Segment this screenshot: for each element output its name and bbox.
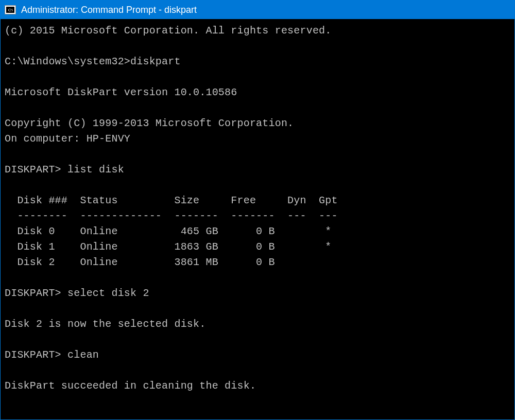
titlebar[interactable]: C:\ Administrator: Command Prompt - disk… — [1, 1, 514, 19]
clean-response: DiskPart succeeded in cleaning the disk. — [5, 380, 256, 392]
diskpart-version: Microsoft DiskPart version 10.0.10586 — [5, 86, 237, 98]
cmd-icon: C:\ — [5, 5, 16, 14]
select-response: Disk 2 is now the selected disk. — [5, 318, 205, 330]
terminal-output[interactable]: (c) 2015 Microsoft Corporation. All righ… — [1, 19, 514, 396]
diskpart-prompt: DISKPART> — [5, 349, 61, 361]
copyright-line: (c) 2015 Microsoft Corporation. All righ… — [5, 25, 332, 37]
diskpart-prompt: DISKPART> — [5, 287, 61, 299]
cmd-list-disk: list disk — [67, 164, 124, 176]
diskpart-prompt: DISKPART> — [5, 164, 61, 176]
diskpart-copyright: Copyright (C) 1999-2013 Microsoft Corpor… — [5, 117, 294, 129]
disk-table-row: Disk 2 Online 3861 MB 0 B — [5, 256, 275, 268]
cmd-clean: clean — [67, 349, 99, 361]
disk-table-row: Disk 1 Online 1863 GB 0 B * — [5, 241, 332, 253]
on-computer: On computer: HP-ENVY — [5, 133, 130, 145]
disk-table-header: Disk ### Status Size Free Dyn Gpt — [5, 195, 338, 206]
disk-table-row: Disk 0 Online 465 GB 0 B * — [5, 225, 332, 237]
command-diskpart: diskpart — [130, 56, 181, 67]
disk-table-divider: -------- ------------- ------- ------- -… — [5, 210, 338, 222]
cmd-select-disk: select disk 2 — [67, 287, 149, 299]
cmd-icon-label: C:\ — [6, 7, 14, 13]
command-prompt-window: C:\ Administrator: Command Prompt - disk… — [0, 0, 515, 420]
window-title: Administrator: Command Prompt - diskpart — [21, 5, 197, 15]
prompt-path: C:\Windows\system32> — [5, 56, 130, 67]
